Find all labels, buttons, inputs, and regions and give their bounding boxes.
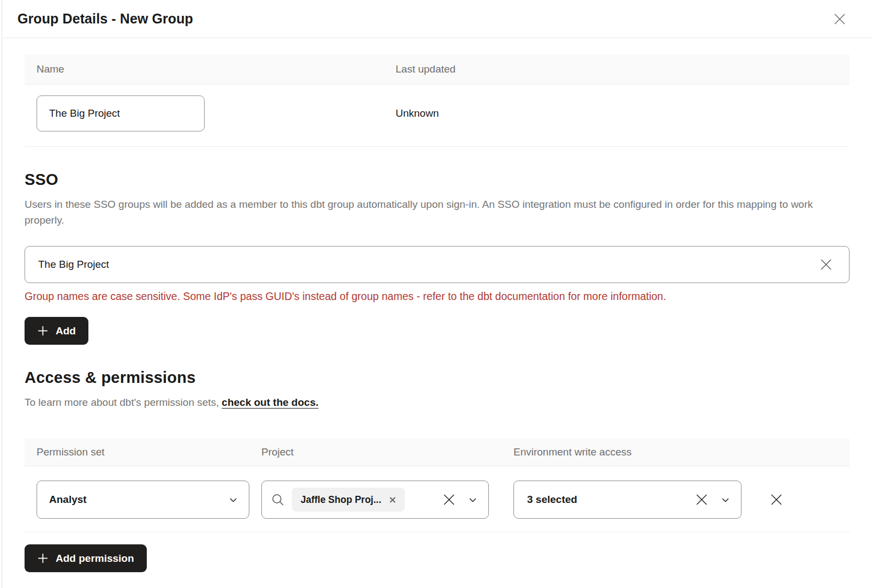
column-header-permission-set: Permission set	[25, 446, 261, 458]
sso-helper-error-text: Group names are case sensitive. Some IdP…	[25, 290, 850, 303]
last-updated-value: Unknown	[396, 107, 439, 119]
sso-heading: SSO	[25, 171, 850, 189]
project-tag-label: Jaffle Shop Proj...	[301, 494, 381, 506]
x-icon	[442, 493, 456, 507]
x-icon	[769, 492, 784, 507]
sso-group-input-value: The Big Project	[38, 259, 109, 271]
x-icon	[389, 496, 396, 503]
environment-clear-icon[interactable]	[695, 493, 709, 507]
column-header-name: Name	[25, 63, 396, 75]
close-icon-glyph	[833, 12, 847, 26]
environment-cell: 3 selected	[513, 481, 742, 519]
chevron-down-icon	[468, 495, 477, 505]
group-name-value: The Big Project	[49, 107, 120, 119]
project-select[interactable]: Jaffle Shop Proj...	[261, 481, 489, 519]
name-cell: The Big Project	[25, 95, 396, 131]
close-icon[interactable]	[830, 10, 849, 28]
project-cell: Jaffle Shop Proj...	[261, 481, 513, 519]
plus-icon	[37, 325, 49, 337]
add-sso-group-button[interactable]: Add	[25, 317, 88, 345]
group-name-table: Name Last updated The Big Project Unknow…	[25, 54, 850, 147]
column-header-environment-write-access: Environment write access	[513, 446, 631, 458]
add-button-label: Add	[56, 325, 76, 337]
permissions-intro: To learn more about dbt's permission set…	[25, 397, 850, 409]
group-name-input[interactable]: The Big Project	[37, 95, 205, 131]
docs-link[interactable]: check out the docs.	[222, 397, 318, 408]
sso-group-input[interactable]: The Big Project	[25, 246, 850, 283]
chevron-down-icon	[229, 495, 238, 505]
x-icon	[818, 257, 834, 272]
column-header-last-updated: Last updated	[396, 63, 456, 75]
permission-set-select[interactable]: Analyst	[37, 481, 249, 519]
project-clear-icon[interactable]	[442, 493, 456, 507]
add-permission-button-label: Add permission	[56, 553, 134, 565]
page-title: Group Details - New Group	[17, 11, 193, 27]
access-permissions-heading: Access & permissions	[25, 369, 850, 387]
add-permission-button[interactable]: Add permission	[25, 544, 147, 572]
environment-write-access-select[interactable]: 3 selected	[513, 481, 742, 519]
search-icon	[271, 493, 285, 507]
permissions-table: Permission set Project Environment write…	[25, 438, 850, 532]
sso-input-clear-icon[interactable]	[818, 257, 834, 272]
project-tag: Jaffle Shop Proj...	[292, 488, 405, 512]
group-table-header: Name Last updated	[25, 54, 850, 85]
permission-set-value: Analyst	[49, 494, 87, 506]
column-header-project: Project	[261, 446, 513, 458]
group-table-row: The Big Project Unknown	[25, 85, 850, 147]
x-icon	[695, 493, 709, 507]
permissions-table-header: Permission set Project Environment write…	[25, 438, 850, 466]
group-details-modal: Group Details - New Group Name Last upda…	[2, 0, 873, 588]
delete-permission-row-icon[interactable]	[769, 492, 784, 507]
permission-row: Analyst Jaffl	[25, 466, 850, 532]
sso-description: Users in these SSO groups will be added …	[25, 196, 829, 228]
chevron-down-icon	[721, 495, 730, 505]
environment-selected-value: 3 selected	[527, 494, 577, 506]
plus-icon	[37, 553, 49, 564]
project-tag-remove-icon[interactable]	[389, 496, 396, 503]
permission-set-cell: Analyst	[25, 481, 261, 519]
permissions-intro-text: To learn more about dbt's permission set…	[25, 397, 219, 408]
modal-header: Group Details - New Group	[2, 0, 873, 38]
